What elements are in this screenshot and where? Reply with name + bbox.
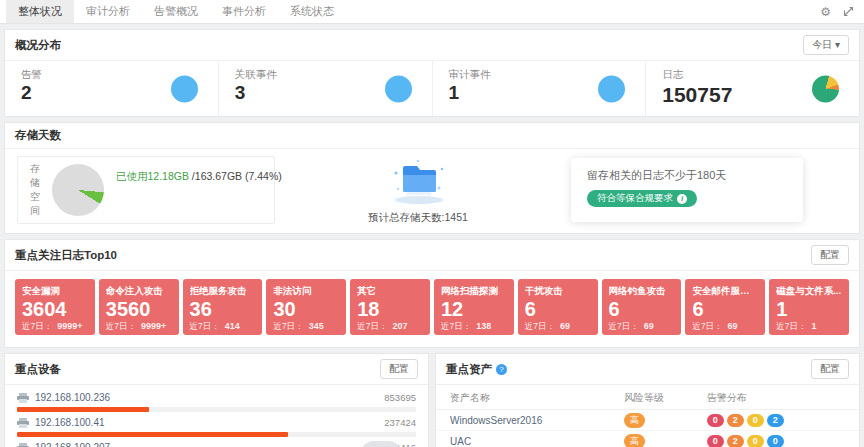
devices-title: 重点设备 — [15, 362, 61, 377]
alert-distribution: 0200 — [707, 435, 845, 447]
overview-panel: 概况分布 今日 ▾ 告警 2 关联事件 3 审计事件 1 日志 150757 — [4, 29, 860, 117]
tab-alert-overview[interactable]: 告警概况 — [142, 0, 210, 23]
top-logs-title: 重点关注日志Top10 — [15, 248, 117, 263]
top-logs-config-button[interactable]: 配置 — [811, 245, 849, 265]
info-icon: i — [677, 194, 687, 204]
asset-row[interactable]: WindowsServer2016 高 0202 — [436, 410, 859, 431]
overview-title: 概况分布 — [15, 38, 61, 53]
storage-panel: 存储天数 存储空间 已使用12.18GB /163.67GB (7.44%) 预… — [4, 122, 860, 234]
risk-level-badge: 高 — [624, 413, 645, 428]
tab-bar: 整体状况 审计分析 告警概况 事件分析 系统状态 ⚙ — [0, 0, 864, 24]
log-card[interactable]: 命令注入攻击 3560 近7日：9999+ — [99, 279, 179, 335]
fullscreen-icon[interactable] — [843, 6, 854, 17]
assets-title: 重点资产 — [446, 362, 492, 377]
log-card[interactable]: 网络钓鱼攻击 6 近7日：69 — [602, 279, 682, 335]
time-filter-dropdown[interactable]: 今日 ▾ — [803, 35, 849, 55]
log-card[interactable]: 网络扫描探测 12 近7日：138 — [434, 279, 514, 335]
assets-config-button[interactable]: 配置 — [811, 359, 849, 379]
storage-usage-text: 已使用12.18GB /163.67GB (7.44%) — [116, 170, 282, 184]
stat-card-correlated-events[interactable]: 关联事件 3 — [219, 61, 433, 116]
stat-card-alerts[interactable]: 告警 2 — [5, 61, 219, 116]
assets-panel: 重点资产 ? 配置 资产名称 风险等级 告警分布 WindowsServer20… — [435, 353, 860, 447]
device-row[interactable]: 192.168.100.207 2106416 — [17, 440, 416, 447]
blue-circle-icon — [598, 75, 625, 102]
log-card[interactable]: 其它 18 近7日：207 — [350, 279, 430, 335]
retention-text: 留存相关的日志不少于180天 — [587, 168, 787, 183]
compliance-badge-button[interactable]: 符合等保合规要求 i — [587, 190, 697, 207]
log-card[interactable]: 安全邮件服务攻击 6 近7日：69 — [685, 279, 765, 335]
device-icon — [17, 443, 29, 447]
assets-table-header: 资产名称 风险等级 告警分布 — [436, 387, 859, 410]
storage-title: 存储天数 — [15, 128, 61, 143]
help-icon[interactable]: ? — [496, 364, 507, 375]
pie-chart-icon — [812, 75, 839, 102]
folder-illustration-icon — [382, 155, 454, 205]
top-logs-panel: 重点关注日志Top10 配置 安全漏洞 3604 近7日：9999+ 命令注入攻… — [4, 239, 860, 348]
device-icon — [17, 418, 29, 428]
tab-event-analysis[interactable]: 事件分析 — [210, 0, 278, 23]
storage-usage-pie — [52, 164, 104, 216]
asset-row[interactable]: UAC 高 0200 — [436, 431, 859, 447]
risk-level-badge: 高 — [624, 434, 645, 447]
device-row[interactable]: 192.168.100.236 853695 — [17, 390, 416, 412]
device-bar — [17, 407, 416, 412]
log-card[interactable]: 磁盘与文件系... 1 近7日：1 — [769, 279, 849, 335]
storage-space-card: 存储空间 已使用12.18GB /163.67GB (7.44%) — [17, 156, 275, 224]
device-bar — [17, 432, 416, 437]
tab-overall-status[interactable]: 整体状况 — [6, 0, 74, 23]
device-icon — [17, 393, 29, 403]
stat-card-audit-events[interactable]: 审计事件 1 — [433, 61, 647, 116]
log-card[interactable]: 干扰攻击 6 近7日：69 — [518, 279, 598, 335]
blue-circle-icon — [171, 75, 198, 102]
device-row[interactable]: 192.168.100.41 237424 — [17, 415, 416, 437]
stat-card-logs[interactable]: 日志 150757 — [646, 61, 859, 116]
tab-system-status[interactable]: 系统状态 — [278, 0, 346, 23]
estimated-storage-days: 预计总存储天数:1451 — [275, 211, 561, 225]
gear-icon[interactable]: ⚙ — [820, 6, 831, 18]
log-card[interactable]: 拒绝服务攻击 36 近7日：414 — [183, 279, 263, 335]
chevron-down-icon: ▾ — [835, 39, 840, 50]
devices-panel: 重点设备 配置 192.168.100.236 853695 192.168.1… — [4, 353, 429, 447]
blue-circle-icon — [385, 75, 412, 102]
storage-space-label: 存储空间 — [30, 162, 40, 218]
log-card[interactable]: 非法访问 30 近7日：345 — [266, 279, 346, 335]
devices-config-button[interactable]: 配置 — [380, 359, 418, 379]
alert-distribution: 0202 — [707, 414, 845, 427]
tab-audit-analysis[interactable]: 审计分析 — [74, 0, 142, 23]
log-card[interactable]: 安全漏洞 3604 近7日：9999+ — [15, 279, 95, 335]
retention-card: 留存相关的日志不少于180天 符合等保合规要求 i — [571, 158, 803, 222]
